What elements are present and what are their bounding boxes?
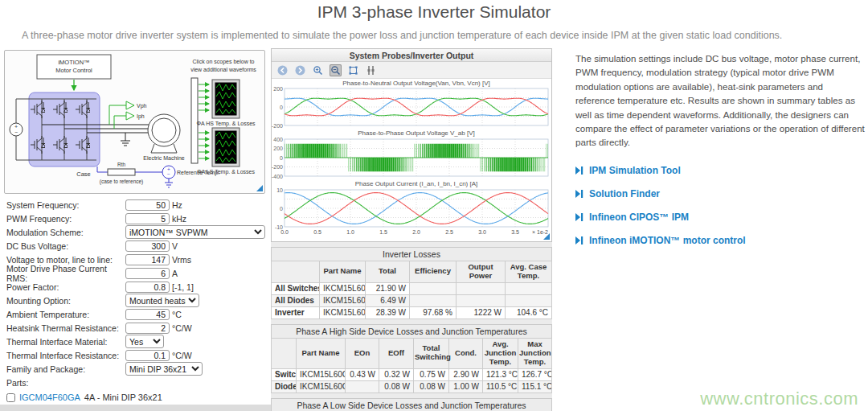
zoom-box-icon[interactable] xyxy=(347,64,359,76)
ls-scope-label: ΦA LS Temp. & Losses xyxy=(197,169,255,175)
link-infineon-cipos-ipm[interactable]: Infineon CIPOS™ IPM xyxy=(589,212,689,223)
svg-text:2.0: 2.0 xyxy=(412,229,420,235)
svg-text:3.5: 3.5 xyxy=(511,229,519,235)
table-cell: IKCM15L60GA xyxy=(297,368,346,380)
thermal-interface-resistance-input[interactable] xyxy=(125,350,170,361)
form-row: Modulation Scheme:iMOTION™ SVPWM xyxy=(6,227,265,237)
unit-label: °C/W xyxy=(172,323,192,333)
history-back-icon[interactable] xyxy=(276,64,289,76)
family-and-package-select[interactable]: Mini DIP 36x21 xyxy=(125,362,203,376)
thermal-interface-material-label: Thermal Interface Material: xyxy=(6,337,125,347)
pwm-frequency-label: PWM Frequency: xyxy=(6,214,125,224)
link-solution-finder[interactable]: Solution Finder xyxy=(589,188,660,199)
system-frequency-input[interactable] xyxy=(125,199,170,211)
results-table-phase-a-high: Part NameEOnEOffTotal SwitchingCond.Avg.… xyxy=(271,338,552,393)
table-cell xyxy=(506,294,552,306)
table-cell: IKCM15L60GA xyxy=(320,294,366,306)
power-factor-label: Power Factor: xyxy=(6,282,125,292)
table-title: Phase A Low Side Device Losses and Junct… xyxy=(271,398,552,411)
table-cell: 0.75 W xyxy=(414,368,449,380)
skip-arrow-icon xyxy=(575,210,583,224)
form-row: Thermal Interface Material:Yes xyxy=(6,336,265,347)
column-header: Efficiency xyxy=(410,261,457,283)
table-cell: 0.08 W xyxy=(379,380,414,393)
column-header: Part Name xyxy=(297,338,346,368)
table-cell: 0.08 W xyxy=(414,380,449,393)
unit-label: °C xyxy=(172,310,182,319)
column-header: Total Switching xyxy=(414,338,449,368)
heatsink-thermal-resistance-input[interactable] xyxy=(125,323,170,334)
link-row: Infineon iMOTION™ motor control xyxy=(575,233,865,248)
zoom-out-icon[interactable] xyxy=(330,64,342,76)
electric-machine xyxy=(148,114,180,146)
data-cursors-icon[interactable] xyxy=(365,64,377,76)
mounting-option-select[interactable]: Mounted heatsink xyxy=(125,294,199,307)
expand-icon[interactable] xyxy=(543,233,550,240)
form-row: Family and Package:Mini DIP 36x21 xyxy=(6,364,265,374)
svg-text:+: + xyxy=(14,124,18,129)
form-row: Motor Drive Phase Current RMS:A xyxy=(6,268,265,278)
table-cell: IKCM15L60GA xyxy=(297,380,346,393)
svg-text:−: − xyxy=(167,171,170,177)
horizontal-scrollbar[interactable] xyxy=(0,405,278,411)
part-link[interactable]: IGCM04F60GA xyxy=(19,393,80,402)
svg-text:Phase Output Current (I_an, I_: Phase Output Current (I_an, I_bn, I_cn) … xyxy=(355,180,478,187)
results-table-inverter-losses: Part NameTotalEfficiencyOutput PowerAvg.… xyxy=(271,261,552,319)
rth-label: Rth xyxy=(117,162,126,167)
link-row: IPM Simulation Tool xyxy=(575,163,865,178)
svg-text:Motor Control: Motor Control xyxy=(55,67,92,74)
iph-probe-label: Iph xyxy=(137,113,145,120)
svg-text:Phase-to-Neutral Output Voltag: Phase-to-Neutral Output Voltage(Van, Vbn… xyxy=(342,80,490,87)
link-ipm-simulation-tool[interactable]: IPM Simulation Tool xyxy=(589,165,681,176)
link-infineon-imotion-motor-control[interactable]: Infineon iMOTION™ motor control xyxy=(589,235,746,246)
table-cell xyxy=(457,294,506,306)
form-row: Heatsink Thermal Resistance:°C/W xyxy=(6,323,265,333)
link-row: Solution Finder xyxy=(575,187,865,201)
parts-label: Parts: xyxy=(6,378,265,388)
scope-panel-title: System Probes/Inverter Output xyxy=(272,49,551,62)
unit-label: °C/W xyxy=(172,351,192,360)
expand-icon[interactable] xyxy=(256,185,263,191)
modulation-scheme-select[interactable]: iMOTION™ SVPWM xyxy=(125,225,265,239)
page-subtitle: A three-phase motor drive inverter syste… xyxy=(22,30,782,41)
link-row: Infineon CIPOS™ IPM xyxy=(575,210,865,224)
column-header: Cond. xyxy=(449,338,483,368)
motor-drive-phase-current-rms-input[interactable] xyxy=(125,268,170,279)
table-title: Inverter Losses xyxy=(271,247,552,261)
machine-label: Electric Machine xyxy=(143,155,184,161)
history-forward-icon[interactable] xyxy=(294,64,306,76)
watermark: www.cntronics.com xyxy=(700,388,858,409)
page-title: IPM 3-phase Inverter Simulator xyxy=(0,2,868,22)
power-factor-input[interactable] xyxy=(125,282,170,293)
svg-text:Phase-to-Phase Output Voltage: Phase-to-Phase Output Voltage V_ab [V] xyxy=(358,129,474,137)
svg-text:2.5: 2.5 xyxy=(445,229,453,235)
part-checkbox[interactable] xyxy=(6,393,15,402)
dc-bus-voltage-input[interactable] xyxy=(125,240,170,252)
hs-scope-thumbnail[interactable] xyxy=(199,80,240,118)
unit-label: V xyxy=(172,241,178,251)
svg-text:-200: -200 xyxy=(272,123,283,129)
unit-label: [-1, 1] xyxy=(172,282,194,292)
dc-bus-voltage-label: DC Bus Voltage: xyxy=(6,241,125,251)
column-header: Output Power xyxy=(457,261,506,283)
table-cell: 6.49 W xyxy=(366,294,410,306)
scope-toolbar xyxy=(272,62,551,79)
column-header xyxy=(272,261,320,283)
table-cell: 104.6 °C xyxy=(506,306,552,319)
svg-text:0.5: 0.5 xyxy=(313,229,321,235)
zoom-in-icon[interactable] xyxy=(312,64,324,76)
ambient-temperature-input[interactable] xyxy=(125,309,170,320)
pwm-frequency-input[interactable] xyxy=(125,213,170,224)
svg-text:10: 10 xyxy=(276,187,283,193)
table-row: DiodeIKCM15L60GA0.08 W0.08 W1.00 W110.5 … xyxy=(272,380,552,393)
mounting-option-label: Mounting Option: xyxy=(6,296,125,306)
thermal-interface-material-select[interactable]: Yes xyxy=(125,335,164,348)
svg-text:-200: -200 xyxy=(272,164,283,170)
form-row: DC Bus Voltage:V xyxy=(6,240,265,251)
voltage-to-motor-line-to-line-input[interactable] xyxy=(125,254,170,265)
form-row: Thermal Interface Resistance:°C/W xyxy=(6,350,265,360)
table-cell: 0.32 W xyxy=(379,368,414,380)
svg-text:1.0: 1.0 xyxy=(346,229,354,235)
ls-scope-thumbnail[interactable] xyxy=(199,128,240,166)
svg-text:200: 200 xyxy=(273,86,283,92)
